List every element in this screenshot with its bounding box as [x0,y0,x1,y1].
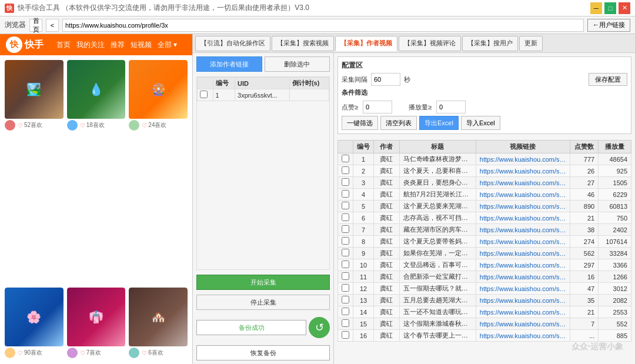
row-url[interactable]: https://www.kuaishou.com/short-vi... [476,283,570,295]
start-collect-button[interactable]: 开始采集 [196,275,330,290]
user-link-button[interactable]: ←用户链接 [587,19,630,32]
row-url[interactable]: https://www.kuaishou.com/short-vi... [476,153,570,165]
row-url[interactable]: https://www.kuaishou.com/short-vi... [476,165,570,177]
row-url[interactable]: https://www.kuaishou.com/short-vi... [476,212,570,224]
video-card-5[interactable]: 👘 ♡7喜欢 [67,288,126,359]
row-url[interactable]: https://www.kuaishou.com/short-vi... [476,271,570,283]
like-count-1: ♡52喜欢 [18,121,42,129]
maximize-button[interactable]: □ [604,2,616,14]
row-url[interactable]: https://www.kuaishou.com/short-vi... [476,236,570,248]
tab-search-user[interactable]: 【采集】搜用户 [462,36,518,51]
likes-input[interactable] [363,101,392,113]
row-check[interactable] [338,248,353,259]
video-card-3[interactable]: 🎡 ♡24喜欢 [129,60,188,280]
row-check[interactable] [338,189,353,201]
row-url[interactable]: https://www.kuaishou.com/short-vi... [476,295,570,306]
import-excel-button[interactable]: 导入Excel [461,116,500,130]
row-title: 五一假期去哪玩？就来... [399,283,476,295]
ks-nav-shortvideo[interactable]: 短视频 [131,40,152,50]
row-check[interactable] [338,306,353,318]
uid-table: 编号 UID 倒计时(s) 1 3xpru6sskvt... [197,77,329,101]
close-button[interactable]: ✕ [619,2,630,14]
row-url[interactable]: https://www.kuaishou.com/short-vi... [476,224,570,236]
plays-input[interactable] [436,101,466,113]
row-url[interactable]: https://www.kuaishou.com/short-vi... [476,189,570,201]
table-row: 13 龚矼 五月总要去趟芜湖大浦... https://www.kuaishou… [338,295,631,306]
one-click-filter-button[interactable]: 一键筛选 [342,116,378,130]
clear-list-button[interactable]: 清空列表 [380,116,417,130]
row-plays: 1505 [599,177,631,189]
export-excel-button[interactable]: 导出Excel [419,116,459,130]
add-author-button[interactable]: 添加作者链接 [196,56,262,72]
row-title: 这个夏天总要带爸妈人... [399,236,476,248]
ks-nav-all[interactable]: 全部 ▾ [158,40,177,50]
row-author: 龚矼 [374,259,400,271]
ks-nav-recommend[interactable]: 推荐 [111,40,125,50]
config-interval-row: 采集间隔 秒 保存配置 [342,73,627,86]
tab-search-video[interactable]: 【采集】搜索视频 [272,36,334,51]
uid-table-container: 编号 UID 倒计时(s) 1 3xpru6sskvt... [196,76,330,270]
row-check[interactable] [338,236,353,248]
ks-nav-following[interactable]: 我的关注 [76,40,105,50]
row-plays: 1266 [599,271,631,283]
row-check[interactable] [338,330,353,342]
row-check[interactable] [338,212,353,224]
condition-title: 条件筛选 [342,88,627,97]
url-input[interactable] [62,19,584,32]
row-check[interactable] [338,271,353,283]
main-layout: 快 快手 首页 我的关注 推荐 短视频 全部 ▾ 🏞️ ♡52喜欢 💧 [0,34,635,364]
uid-row-check[interactable] [198,89,213,101]
row-url[interactable]: https://www.kuaishou.com/short-vi... [476,248,570,259]
restore-button[interactable]: 恢复备份 [196,345,330,360]
row-author: 龚矼 [374,177,400,189]
data-table-container[interactable]: 编号 作者 标题 视频链接 点赞数 播放量 1 龚矼 马仁奇峰 [337,140,631,360]
row-check[interactable] [338,259,353,271]
table-row: 6 龚矼 志存高远，视不可挡，... https://www.kuaishou.… [338,212,631,224]
uid-table-header-countdown: 倒计时(s) [289,78,329,89]
row-author: 龚矼 [374,318,400,330]
video-card-2[interactable]: 💧 ♡18喜欢 [67,60,126,280]
row-num: 11 [353,271,374,283]
title-bar: 快 快手综合工具 （本软件仅供学习交流使用，请勿用于非法用途，一切后果由使用者承… [0,0,635,16]
delete-selected-button[interactable]: 删除选中 [265,56,330,72]
row-url[interactable]: https://www.kuaishou.com/short-vi... [476,318,570,330]
row-check[interactable] [338,177,353,189]
tab-update[interactable]: 更新 [519,36,543,51]
plays-label: 播放量≥ [409,103,432,112]
row-url[interactable]: https://www.kuaishou.com/short-vi... [476,201,570,212]
row-check[interactable] [338,295,353,306]
row-check[interactable] [338,318,353,330]
save-config-button[interactable]: 保存配置 [589,73,627,86]
forward-button[interactable]: < [46,19,59,32]
backup-button[interactable]: 备份成功 [196,320,306,335]
row-plays: 2402 [599,224,631,236]
ks-nav-home[interactable]: 首页 [56,40,71,50]
video-card-1[interactable]: 🏞️ ♡52喜欢 [5,60,63,280]
data-table: 编号 作者 标题 视频链接 点赞数 播放量 1 龚矼 马仁奇峰 [337,140,631,342]
row-url[interactable]: https://www.kuaishou.com/short-vi... [476,330,570,342]
row-check[interactable] [338,153,353,165]
back-button[interactable]: 首页 [29,19,42,32]
video-card-6[interactable]: 🏘️ ♡6喜欢 [129,288,188,359]
row-num: 12 [353,283,374,295]
stop-collect-button[interactable]: 停止采集 [196,295,330,310]
row-title: 五一还不知道去哪玩？... [399,306,476,318]
row-check[interactable] [338,165,353,177]
minimize-button[interactable]: ─ [590,2,602,14]
row-check[interactable] [338,283,353,295]
tab-video-comment[interactable]: 【采集】视频评论 [399,36,461,51]
uid-table-header-num: 编号 [213,78,235,89]
row-url[interactable]: https://www.kuaishou.com/short-vi... [476,259,570,271]
row-num: 1 [353,153,374,165]
row-title: 马仁奇峰森林夜游梦幻... [399,153,476,165]
row-check[interactable] [338,224,353,236]
like-count-3: ♡24喜欢 [142,121,166,129]
row-num: 8 [353,236,374,248]
tab-automation[interactable]: 【引流】自动化操作区 [195,36,270,51]
video-card-4[interactable]: 🌸 ♡90喜欢 [5,288,63,359]
row-url[interactable]: https://www.kuaishou.com/short-vi... [476,306,570,318]
row-check[interactable] [338,201,353,212]
interval-input[interactable] [371,73,400,86]
tab-author-video[interactable]: 【采集】作者视频 [335,36,397,51]
row-url[interactable]: https://www.kuaishou.com/short-vi... [476,177,570,189]
